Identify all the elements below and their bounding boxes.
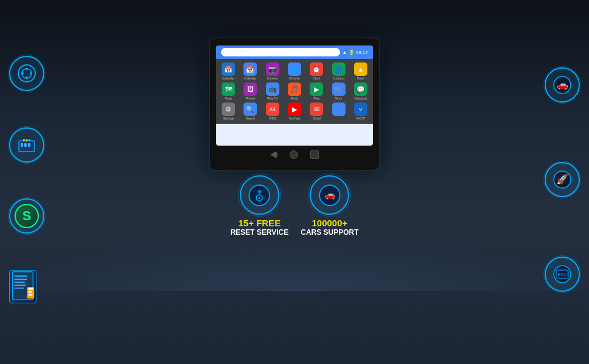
ecu-coding-svg: ECU [552,264,573,285]
screen-app-photos: 🖼 Photos [240,83,260,100]
reset-service-feature: ⚙ 15+ FREE RESET SERVICE [230,175,288,237]
svg-rect-19 [29,291,32,293]
device-tablet: ▲ 🔋 08:17 📅 Calendar 📆 Calendar [209,38,380,170]
update-svg: 🚀 [552,169,573,190]
svg-text:🚗: 🚗 [324,189,335,200]
tablet-screen: ▲ 🔋 08:17 📅 Calendar 📆 Calendar [216,46,373,146]
svg-point-2 [26,68,28,70]
2-years-icon-circle: 🚀 [545,162,580,197]
svg-point-0 [18,65,35,82]
reset-service-svg: ⚙ [247,183,272,208]
svg-text:ECU: ECU [558,272,567,277]
screen-app-tv: 📺 Play TV [263,83,282,100]
svg-rect-9 [28,143,30,147]
svg-rect-15 [15,285,26,286]
svg-rect-20 [29,294,33,296]
back-button [270,150,277,159]
svg-point-1 [22,69,32,78]
cars-support-svg: 🚗 [317,183,342,208]
svg-rect-7 [21,143,23,147]
svg-rect-32 [556,270,568,278]
screen-app-play: ▶ Play [307,83,326,100]
screen-app-gmail: ✉ Gmail [307,103,326,120]
screen-app-contacts: 👤 Contacts [329,62,348,80]
health-report-icon [9,270,36,303]
svg-text:🚗: 🚗 [556,79,568,90]
home-button [290,150,298,159]
ecu-coding-icon-circle: ECU [545,257,580,292]
screen-search-bar [221,48,340,56]
center-column: ▲ 🔋 08:17 📅 Calendar 📆 Calendar [188,35,401,325]
svg-rect-14 [15,281,25,283]
screen-app-clock: ⏰ Clock [307,62,326,80]
device-home-bar [216,150,373,159]
svg-text:KEY: KEY [23,138,30,142]
center-bottom-features: ⚙ 15+ FREE RESET SERVICE 🚗 [230,175,358,237]
svg-point-29 [554,171,571,188]
screen-app-settings: ⚙ Settings [219,103,238,120]
svg-text:⚙: ⚙ [257,189,262,195]
svg-point-23 [256,195,262,201]
screen-app-x431: X4 X431 [263,103,282,120]
screen-app-grid: 📅 Calendar 📆 Calendar 📷 Camera 🌐 [216,59,373,124]
svg-point-3 [26,76,28,79]
screen-app-cal2: 📆 Calendar [240,62,260,80]
all-system-icon [9,56,44,91]
svg-rect-18 [29,288,33,290]
reset-service-text: 15+ FREE RESET SERVICE [230,218,288,237]
svg-point-5 [30,72,32,75]
recents-button [310,150,319,159]
page-container: LAUNCH X431 V PRO ADVANCED OE-LEVEL Prof… [0,0,589,364]
svg-point-27 [554,76,571,93]
cars-support-icon: 🚗 [310,175,349,215]
svg-rect-16 [15,288,24,289]
screen-app-search: 🔍 Search [240,103,260,120]
svg-rect-6 [19,141,35,152]
svg-text:🚀: 🚀 [556,174,568,185]
screen-app-camera: 📷 Camera [263,62,282,80]
svg-rect-33 [557,271,567,277]
screen-app-chrome: 🌐 Chrome [285,62,304,80]
svg-point-25 [319,185,340,206]
screen-app-drive: ▲ Drive [351,62,370,80]
5-years-icon-circle: S [9,198,44,234]
screen-app-maps: 🗺 Maps [219,83,238,100]
svg-point-31 [554,266,571,283]
reset-service-icon: ⚙ [240,175,279,215]
svg-rect-13 [15,279,27,280]
active-test-svg: 🚗 [552,75,573,95]
svg-point-24 [259,197,260,198]
screen-app-store: 🛒 Store [329,83,348,100]
key-programming-svg: KEY [16,135,37,155]
svg-rect-8 [24,143,27,147]
key-programming-icon-circle: KEY [9,127,44,163]
svg-point-4 [21,72,24,75]
health-report-svg [9,271,36,303]
active-test-icon-circle: 🚗 [545,67,580,103]
screen-app-calendar: 📅 Calendar [219,62,238,80]
cars-support-feature: 🚗 100000+ CARS SUPPORT [301,175,358,237]
screen-app-music: 🎵 Music [285,83,304,100]
screen-app-hangouts: 💬 Hangouts [351,83,370,100]
screen-app-youtube: ▶ YouTube [285,103,304,120]
screen-status: ▲ 🔋 08:17 [342,50,368,55]
svg-point-21 [250,185,270,206]
s-icon: S [15,204,39,228]
screen-top-bar: ▲ 🔋 08:17 [216,46,373,59]
all-system-svg [16,63,37,84]
cars-support-text: 100000+ CARS SUPPORT [301,218,358,237]
svg-rect-12 [15,275,27,277]
